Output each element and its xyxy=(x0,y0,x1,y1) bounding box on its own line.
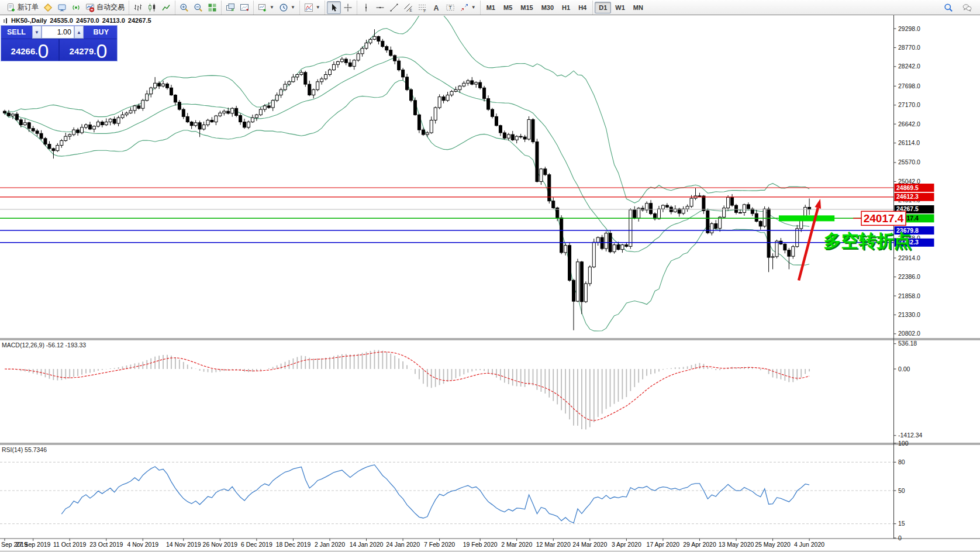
new-chart-button[interactable]: ▼ xyxy=(256,1,277,14)
ohlc-low: 24113.0 xyxy=(102,17,125,24)
chart-symbol-icon xyxy=(3,18,8,23)
buy-price-big-digit: 0 xyxy=(96,42,107,60)
arrange-windows-button[interactable] xyxy=(237,1,251,14)
profiles-button[interactable]: ▼ xyxy=(277,1,298,14)
market-icon xyxy=(43,3,53,12)
line-chart-button[interactable] xyxy=(159,1,173,14)
volume-increase-button[interactable]: ▲ xyxy=(74,26,84,39)
chevron-down-icon: ▼ xyxy=(471,5,476,10)
chat-button[interactable] xyxy=(960,1,974,14)
svg-text:536.18: 536.18 xyxy=(898,340,917,347)
svg-text:29 Apr 2020: 29 Apr 2020 xyxy=(683,541,716,548)
chart-title: HK50-,Daily 24535.0 24570.0 24113.0 2426… xyxy=(3,17,151,24)
timeframe-d1[interactable]: D1 xyxy=(595,2,611,13)
svg-text:-1412.34: -1412.34 xyxy=(898,432,923,439)
fibonacci-button[interactable]: F xyxy=(415,1,429,14)
svg-text:7 Feb 2020: 7 Feb 2020 xyxy=(424,541,455,548)
sell-button[interactable]: SELL xyxy=(1,26,32,39)
sell-price[interactable]: 24266.0 xyxy=(1,39,60,61)
autotrading-button[interactable]: 自动交易 xyxy=(83,1,127,14)
vline-icon xyxy=(361,3,371,12)
market-watch-button[interactable] xyxy=(41,1,55,14)
new-chart-icon xyxy=(258,3,267,12)
indicators-icon xyxy=(304,3,313,12)
volume-decrease-button[interactable]: ▼ xyxy=(32,26,42,39)
support-zone-rectangle[interactable] xyxy=(779,215,834,221)
trendline-button[interactable] xyxy=(387,1,401,14)
zoom-out-icon xyxy=(194,3,203,12)
virtual-hosting-button[interactable] xyxy=(55,1,69,14)
vertical-line-button[interactable] xyxy=(359,1,373,14)
svg-text:26642.0: 26642.0 xyxy=(898,120,920,127)
indicators-button[interactable]: ▼ xyxy=(302,1,323,14)
svg-text:24 Jan 2020: 24 Jan 2020 xyxy=(386,541,420,548)
text-label-button[interactable]: T xyxy=(443,1,457,14)
one-click-trading-panel: SELL ▼ ▲ BUY 24266.0 24279.0 xyxy=(1,25,118,61)
zoom-in-button[interactable] xyxy=(177,1,191,14)
hosting-icon xyxy=(57,3,67,12)
svg-text:27 Sep 2019: 27 Sep 2019 xyxy=(16,541,51,548)
svg-text:23 Oct 2019: 23 Oct 2019 xyxy=(89,541,123,548)
timeframe-m5[interactable]: M5 xyxy=(499,2,516,13)
arrows-button[interactable]: ▼ xyxy=(457,1,478,14)
svg-text:50: 50 xyxy=(898,487,905,494)
bars-icon xyxy=(133,3,143,12)
candles-icon xyxy=(147,3,157,12)
tile-windows-button[interactable] xyxy=(205,1,219,14)
svg-text:0: 0 xyxy=(898,534,902,541)
timeframe-h4[interactable]: H4 xyxy=(574,2,591,13)
timeframe-w1[interactable]: W1 xyxy=(611,2,629,13)
candlestick-chart-button[interactable] xyxy=(145,1,159,14)
buy-price[interactable]: 24279.0 xyxy=(60,39,117,61)
timeframe-h1[interactable]: H1 xyxy=(558,2,574,13)
svg-text:T: T xyxy=(448,5,451,11)
timeframe-m1[interactable]: M1 xyxy=(482,2,499,13)
svg-text:28242.0: 28242.0 xyxy=(898,63,920,70)
svg-text:6 Dec 2019: 6 Dec 2019 xyxy=(241,541,272,548)
svg-text:0.00: 0.00 xyxy=(898,365,910,372)
toolbar-right xyxy=(941,1,978,14)
toolbar-group xyxy=(325,1,357,15)
toolbar-group: ▼ xyxy=(299,1,325,15)
horizontal-line-button[interactable] xyxy=(373,1,387,14)
cascade-windows-button[interactable] xyxy=(223,1,237,14)
cascade-icon xyxy=(226,3,235,12)
chart-canvas[interactable]: 29298.028770.028242.027698.027170.026642… xyxy=(0,15,980,552)
search-button[interactable] xyxy=(941,1,955,14)
svg-text:12 Mar 2020: 12 Mar 2020 xyxy=(536,541,571,548)
svg-text:E: E xyxy=(409,8,412,12)
new-order-button-label: 新订单 xyxy=(18,2,39,12)
svg-text:3 Apr 2020: 3 Apr 2020 xyxy=(612,541,641,548)
cursor-button[interactable] xyxy=(327,1,341,14)
cn-annotation-text[interactable]: 多空转折点 xyxy=(823,231,911,250)
buy-price-main: 24279 xyxy=(70,43,94,60)
sell-price-big-digit: 0 xyxy=(37,42,49,60)
hline-icon xyxy=(375,3,385,12)
signals-button[interactable] xyxy=(69,1,83,14)
crosshair-button[interactable] xyxy=(341,1,355,14)
label-icon: T xyxy=(446,3,455,12)
channel-icon: E xyxy=(403,3,413,12)
timeframe-mn[interactable]: MN xyxy=(629,2,647,13)
bar-chart-button[interactable] xyxy=(131,1,145,14)
text-button[interactable]: A xyxy=(429,1,443,14)
toolbar: 新订单自动交易▼▼▼EFAT▼M1M5M15M30H1H4D1W1MN xyxy=(0,0,980,15)
svg-text:F: F xyxy=(423,8,426,12)
toolbar-group: 新订单自动交易 xyxy=(2,1,129,15)
timeframe-m30[interactable]: M30 xyxy=(537,2,558,13)
svg-text:A: A xyxy=(433,4,439,12)
svg-text:24612.3: 24612.3 xyxy=(896,193,919,200)
volume-input[interactable] xyxy=(42,26,74,39)
new-order-button[interactable]: 新订单 xyxy=(4,1,41,14)
channel-button[interactable]: E xyxy=(401,1,415,14)
timeframe-m15[interactable]: M15 xyxy=(516,2,537,13)
svg-text:26 Nov 2019: 26 Nov 2019 xyxy=(203,541,238,548)
chat-icon xyxy=(962,3,972,12)
svg-text:25 May 2020: 25 May 2020 xyxy=(755,541,791,548)
pointer-icon xyxy=(329,3,339,12)
chevron-down-icon: ▼ xyxy=(316,5,320,10)
svg-text:25570.0: 25570.0 xyxy=(898,158,920,165)
buy-button[interactable]: BUY xyxy=(84,26,117,39)
toolbar-group-timeframes: M1M5M15M30H1H4 xyxy=(480,1,593,15)
zoom-out-button[interactable] xyxy=(191,1,205,14)
